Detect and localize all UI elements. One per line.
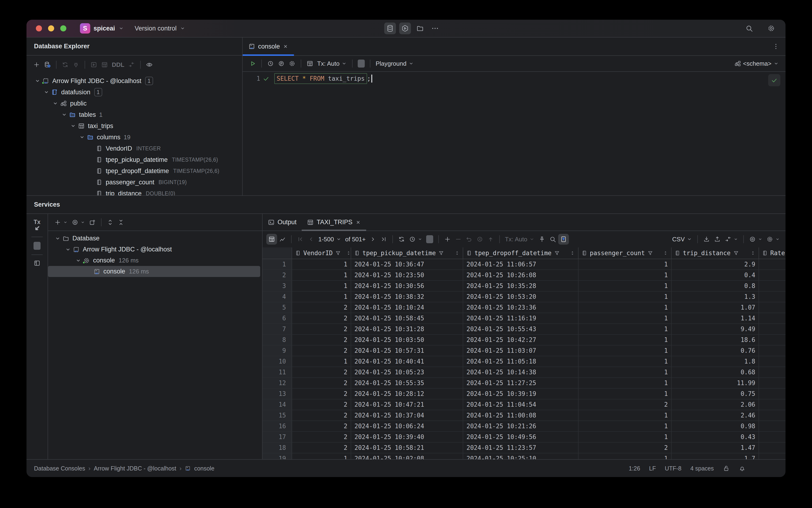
cell-vendorid[interactable]: 1: [292, 281, 351, 292]
table-row[interactable]: 412024-01-25 10:38:322024-01-25 10:53:20…: [263, 292, 785, 302]
cell-tpep_dropoff_datetime[interactable]: 2024-01-25 11:16:19: [463, 313, 579, 324]
cell-rate[interactable]: [759, 313, 785, 324]
eye-button[interactable]: [144, 59, 155, 70]
cell-trip_distance[interactable]: 0.98: [672, 421, 759, 432]
cell-tpep_pickup_datetime[interactable]: 2024-01-25 10:03:50: [351, 335, 463, 345]
file-encoding[interactable]: UTF-8: [665, 465, 681, 472]
cell-trip_distance[interactable]: 1.14: [672, 313, 759, 324]
cell-passenger_count[interactable]: 1: [579, 410, 672, 421]
cell-vendorid[interactable]: 2: [292, 367, 351, 378]
filter-panel-button[interactable]: [558, 234, 569, 245]
ddl-button[interactable]: DDL: [110, 59, 126, 70]
cell-passenger_count[interactable]: 1: [579, 356, 672, 367]
cell-vendorid[interactable]: 1: [292, 453, 351, 459]
chevron-down-icon[interactable]: [78, 134, 86, 140]
stop-button[interactable]: [424, 234, 435, 245]
find-button[interactable]: [547, 234, 558, 245]
table-button[interactable]: [305, 58, 315, 69]
filter-funnel-icon[interactable]: [647, 250, 653, 256]
cell-passenger_count[interactable]: 1: [579, 367, 672, 378]
table-row[interactable]: 1522024-01-25 10:37:042024-01-25 11:00:0…: [263, 410, 785, 421]
cell-rate[interactable]: [759, 356, 785, 367]
cell-tpep_dropoff_datetime[interactable]: 2024-01-25 10:26:08: [463, 270, 579, 281]
cell-tpep_dropoff_datetime[interactable]: 2024-01-25 10:35:28: [463, 281, 579, 292]
tree-item-datafusion[interactable]: datafusion1: [27, 87, 242, 98]
close-icon[interactable]: [355, 219, 361, 225]
cell-trip_distance[interactable]: 18.6: [672, 335, 759, 345]
table-view-button[interactable]: [266, 234, 277, 245]
breadcrumb-item[interactable]: console: [194, 465, 214, 472]
previous-page-button[interactable]: [306, 234, 316, 245]
cell-trip_distance[interactable]: 0.76: [672, 345, 759, 356]
lock-open-icon[interactable]: [723, 465, 730, 472]
cell-passenger_count[interactable]: 1: [579, 281, 672, 292]
chevron-down-icon[interactable]: [74, 257, 82, 264]
first-page-button[interactable]: [295, 234, 306, 245]
reload-button[interactable]: [396, 234, 407, 245]
import-data-button[interactable]: [712, 234, 723, 245]
table-row[interactable]: 1012024-01-25 10:40:412024-01-25 11:05:1…: [263, 356, 785, 367]
cell-trip_distance[interactable]: 0.75: [672, 389, 759, 399]
table-row[interactable]: 1222024-01-25 10:55:352024-01-25 11:27:2…: [263, 378, 785, 389]
cell-vendorid[interactable]: 2: [292, 335, 351, 345]
table-row[interactable]: 112024-01-25 10:36:472024-01-25 11:06:57…: [263, 259, 785, 270]
sort-arrows-icon[interactable]: [570, 250, 575, 256]
line-separator[interactable]: LF: [649, 465, 656, 472]
cell-trip_distance[interactable]: 1.7: [672, 453, 759, 459]
cell-tpep_pickup_datetime[interactable]: 2024-01-25 10:28:12: [351, 389, 463, 399]
sort-arrows-icon[interactable]: [454, 250, 460, 256]
sort-arrows-icon[interactable]: [663, 250, 668, 256]
table-row[interactable]: 622024-01-25 10:58:452024-01-25 11:16:19…: [263, 313, 785, 324]
expand-all-button[interactable]: [105, 217, 116, 228]
cell-trip_distance[interactable]: 0.68: [672, 367, 759, 378]
column-header-passenger_count[interactable]: passenger_count: [579, 247, 672, 259]
cell-vendorid[interactable]: 2: [292, 399, 351, 410]
indent-size[interactable]: 4 spaces: [690, 465, 714, 472]
cell-rate[interactable]: [759, 345, 785, 356]
cell-tpep_dropoff_datetime[interactable]: 2024-01-25 11:06:57: [463, 259, 579, 270]
cell-passenger_count[interactable]: 1: [579, 335, 672, 345]
cell-vendorid[interactable]: 2: [292, 313, 351, 324]
cell-passenger_count[interactable]: 2: [579, 442, 672, 453]
cell-rate[interactable]: [759, 302, 785, 313]
cell-trip_distance[interactable]: 2.46: [672, 410, 759, 421]
cell-rate[interactable]: [759, 324, 785, 335]
cell-vendorid[interactable]: 1: [292, 259, 351, 270]
cell-passenger_count[interactable]: 1: [579, 389, 672, 399]
cell-tpep_dropoff_datetime[interactable]: 2024-01-25 10:21:26: [463, 421, 579, 432]
cell-vendorid[interactable]: 1: [292, 356, 351, 367]
filter-funnel-icon[interactable]: [335, 250, 341, 256]
run-console-button[interactable]: [88, 59, 99, 70]
target-button[interactable]: [70, 217, 87, 228]
cell-rate[interactable]: [759, 410, 785, 421]
next-page-button[interactable]: [368, 234, 378, 245]
chevron-down-icon[interactable]: [60, 112, 68, 118]
chart-view-button[interactable]: [277, 234, 288, 245]
cell-tpep_pickup_datetime[interactable]: 2024-01-25 10:31:28: [351, 324, 463, 335]
cell-trip_distance[interactable]: 0.4: [672, 270, 759, 281]
filter-funnel-icon[interactable]: [733, 250, 739, 256]
tree-item-tpep-dropoff-datetime[interactable]: tpep_dropoff_datetimeTIMESTAMP(26,6): [27, 165, 242, 177]
undo-button[interactable]: [464, 234, 475, 245]
cell-tpep_dropoff_datetime[interactable]: 2024-01-25 10:25:10: [463, 453, 579, 459]
refresh-button[interactable]: [60, 59, 71, 70]
filter-funnel-icon[interactable]: [554, 250, 560, 256]
plus-button[interactable]: [31, 59, 42, 70]
cell-tpep_pickup_datetime[interactable]: 2024-01-25 10:06:24: [351, 421, 463, 432]
tab-output[interactable]: Output: [263, 214, 302, 230]
tree-item-passenger-count[interactable]: passenger_countBIGINT(19): [27, 177, 242, 188]
chevron-down-icon[interactable]: [42, 89, 50, 95]
cell-trip_distance[interactable]: 11.99: [672, 378, 759, 389]
cell-tpep_dropoff_datetime[interactable]: 2024-01-25 10:23:36: [463, 302, 579, 313]
cell-rate[interactable]: [759, 378, 785, 389]
cell-tpep_pickup_datetime[interactable]: 2024-01-25 10:58:21: [351, 442, 463, 453]
tree-item-arrow-flight-jdbc-localhost[interactable]: Arrow Flight JDBC - @localhost1: [27, 75, 242, 87]
last-page-button[interactable]: [378, 234, 389, 245]
cell-vendorid[interactable]: 2: [292, 378, 351, 389]
edit-as-table-button[interactable]: [723, 234, 740, 245]
delete-row-button[interactable]: [453, 234, 464, 245]
grid-settings-button[interactable]: [764, 234, 782, 245]
cell-trip_distance[interactable]: 0.8: [672, 281, 759, 292]
hexagon-play-button[interactable]: [399, 23, 411, 34]
table-row[interactable]: 1822024-01-25 10:58:212024-01-25 11:23:5…: [263, 442, 785, 453]
